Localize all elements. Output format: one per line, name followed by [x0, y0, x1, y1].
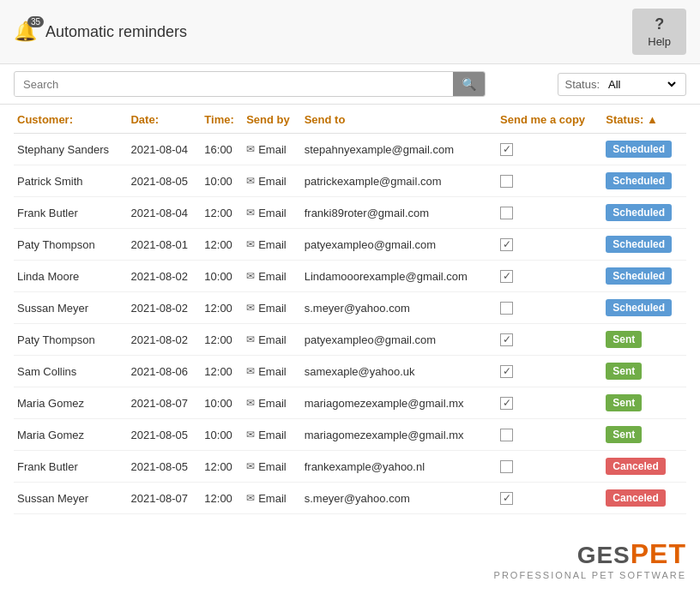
cell-date: 2021-08-01: [127, 229, 201, 261]
send-by-label: Email: [258, 143, 287, 156]
status-filter: Status: All Scheduled Sent Canceled: [558, 73, 686, 96]
col-customer: Customer:: [14, 105, 127, 134]
copy-checkbox[interactable]: [500, 429, 513, 441]
cell-send-by: ✉ Email: [243, 387, 300, 419]
copy-checkbox[interactable]: [500, 365, 513, 378]
copy-checkbox[interactable]: [500, 302, 513, 315]
cell-send-by: ✉ Email: [243, 165, 300, 197]
copy-checkbox[interactable]: [500, 207, 513, 219]
cell-customer: Paty Thompson: [14, 229, 127, 261]
cell-time: 12:00: [201, 197, 243, 229]
cell-date: 2021-08-04: [127, 134, 201, 165]
copy-checkbox[interactable]: [500, 460, 513, 473]
copy-checkbox[interactable]: [500, 238, 513, 251]
envelope-icon: ✉: [246, 365, 255, 377]
send-by-label: Email: [258, 397, 287, 410]
cell-send-by: ✉ Email: [243, 483, 300, 514]
cell-date: 2021-08-06: [127, 356, 201, 387]
cell-send-by: ✉ Email: [243, 229, 300, 261]
cell-status: Canceled: [602, 483, 686, 514]
status-badge: Sent: [606, 426, 642, 443]
send-by-label: Email: [258, 175, 287, 188]
cell-copy: [497, 324, 602, 356]
cell-date: 2021-08-04: [127, 197, 201, 229]
copy-checkbox[interactable]: [500, 143, 513, 156]
send-by-label: Email: [258, 238, 287, 251]
send-by-label: Email: [258, 270, 287, 283]
col-send-to: Send to: [301, 105, 497, 134]
cell-copy: [497, 165, 602, 197]
notification-badge: 35: [27, 16, 44, 27]
help-button[interactable]: ? Help: [632, 9, 686, 55]
cell-date: 2021-08-02: [127, 261, 201, 292]
copy-checkbox[interactable]: [500, 492, 513, 505]
cell-status: Scheduled: [602, 261, 686, 292]
table-row: Stephany Sanders 2021-08-04 16:00 ✉ Emai…: [14, 134, 686, 165]
cell-customer: Sam Collins: [14, 356, 127, 387]
status-badge: Canceled: [606, 458, 665, 475]
envelope-icon: ✉: [246, 302, 255, 314]
col-time: Time:: [201, 105, 243, 134]
status-badge: Sent: [606, 363, 642, 380]
search-button[interactable]: 🔍: [453, 72, 485, 96]
cell-time: 10:00: [201, 387, 243, 419]
brand-pet: PET: [631, 538, 686, 569]
cell-status: Sent: [602, 324, 686, 356]
status-select[interactable]: All Scheduled Sent Canceled: [605, 77, 679, 92]
help-label: Help: [648, 35, 671, 48]
brand-ges: GES: [577, 542, 631, 568]
cell-copy: [497, 292, 602, 324]
envelope-icon: ✉: [246, 429, 255, 441]
status-badge: Scheduled: [606, 236, 672, 253]
cell-status: Scheduled: [602, 134, 686, 165]
col-send-by: Send by: [243, 105, 300, 134]
cell-date: 2021-08-02: [127, 292, 201, 324]
cell-send-by: ✉ Email: [243, 292, 300, 324]
envelope-icon: ✉: [246, 238, 255, 250]
cell-send-by: ✉ Email: [243, 419, 300, 451]
envelope-icon: ✉: [246, 333, 255, 345]
cell-customer: Maria Gomez: [14, 419, 127, 451]
table-row: Maria Gomez 2021-08-05 10:00 ✉ Email mar…: [14, 419, 686, 451]
search-input[interactable]: [15, 73, 453, 96]
cell-send-by: ✉ Email: [243, 324, 300, 356]
toolbar: 🔍 Status: All Scheduled Sent Canceled: [0, 64, 700, 105]
cell-send-to: frankexample@yahoo.nl: [301, 451, 497, 483]
envelope-icon: ✉: [246, 397, 255, 409]
table-row: Maria Gomez 2021-08-07 10:00 ✉ Email mar…: [14, 387, 686, 419]
cell-copy: [497, 483, 602, 514]
cell-customer: Sussan Meyer: [14, 483, 127, 514]
cell-time: 12:00: [201, 324, 243, 356]
copy-checkbox[interactable]: [500, 333, 513, 346]
cell-time: 12:00: [201, 356, 243, 387]
cell-customer: Frank Butler: [14, 197, 127, 229]
cell-time: 12:00: [201, 483, 243, 514]
copy-checkbox[interactable]: [500, 270, 513, 283]
envelope-icon: ✉: [246, 143, 255, 155]
cell-date: 2021-08-07: [127, 483, 201, 514]
cell-customer: Sussan Meyer: [14, 292, 127, 324]
status-badge: Sent: [606, 331, 642, 348]
col-status[interactable]: Status: ▲: [602, 105, 686, 134]
status-badge: Scheduled: [606, 267, 672, 285]
table-row: Frank Butler 2021-08-04 12:00 ✉ Email fr…: [14, 197, 686, 229]
cell-customer: Frank Butler: [14, 451, 127, 483]
cell-send-by: ✉ Email: [243, 356, 300, 387]
send-by-label: Email: [258, 207, 287, 219]
reminders-table: Customer: Date: Time: Send by Send to Se…: [14, 105, 686, 514]
cell-customer: Linda Moore: [14, 261, 127, 292]
table-row: Sussan Meyer 2021-08-07 12:00 ✉ Email s.…: [14, 483, 686, 514]
cell-status: Canceled: [602, 451, 686, 483]
cell-status: Scheduled: [602, 229, 686, 261]
copy-checkbox[interactable]: [500, 397, 513, 410]
cell-date: 2021-08-05: [127, 419, 201, 451]
table-row: Frank Butler 2021-08-05 12:00 ✉ Email fr…: [14, 451, 686, 483]
cell-send-by: ✉ Email: [243, 451, 300, 483]
cell-copy: [497, 387, 602, 419]
cell-send-to: patrickexample@gmail.com: [301, 165, 497, 197]
cell-date: 2021-08-05: [127, 165, 201, 197]
cell-date: 2021-08-02: [127, 324, 201, 356]
cell-time: 12:00: [201, 292, 243, 324]
send-by-label: Email: [258, 429, 287, 441]
copy-checkbox[interactable]: [500, 175, 513, 188]
